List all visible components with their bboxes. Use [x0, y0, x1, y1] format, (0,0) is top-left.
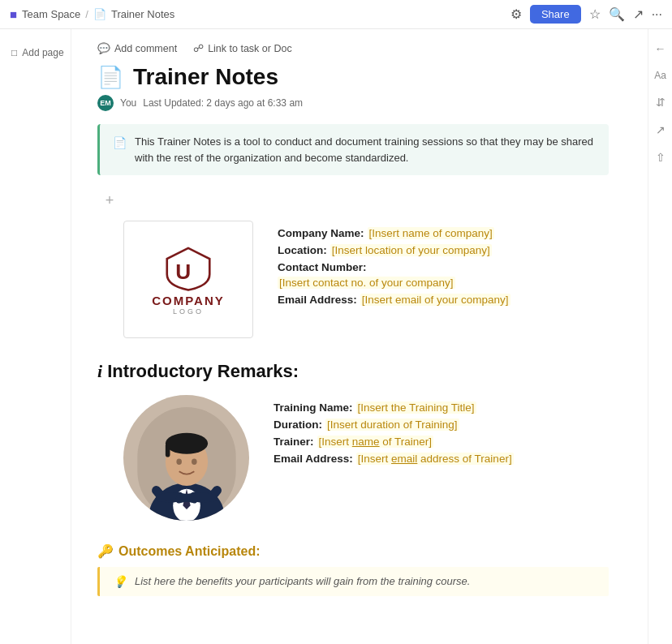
outcomes-bulb-icon: 💡 [113, 575, 127, 588]
training-duration-value[interactable]: [Insert duration of Training] [325, 419, 459, 431]
training-trainer-value[interactable]: [Insert name of Trainer] [317, 436, 434, 448]
avatar: EM [97, 95, 114, 111]
page-doc-icon: 📄 [97, 65, 123, 90]
trainer-photo [123, 395, 249, 521]
svg-point-9 [192, 458, 197, 464]
training-email-label: Email Address: [274, 453, 353, 465]
training-email-row: Email Address: [Insert email address of … [274, 453, 514, 465]
topbar-right: ⚙ Share ☆ 🔍 ↗ ··· [510, 5, 662, 24]
page-title-row: 📄 Trainer Notes [97, 64, 609, 90]
topbar: ■ Team Space / 📄 Trainer Notes ⚙ Share ☆… [0, 0, 672, 29]
trainer-silhouette [134, 407, 239, 521]
text-size-icon[interactable]: Aa [654, 70, 666, 81]
company-contact-value[interactable]: [Insert contact no. of your company] [278, 277, 455, 289]
outcomes-icon: 🔑 [97, 543, 114, 559]
sidebar: □ Add page [0, 29, 71, 644]
training-name-value[interactable]: [Insert the Training Title] [356, 401, 476, 414]
email-underline: email [391, 453, 417, 465]
company-contact-row: Contact Number: [Insert contact no. of y… [278, 261, 537, 289]
company-email-value[interactable]: [Insert email of your company] [360, 294, 510, 306]
expand-icon[interactable]: ↗ [656, 123, 666, 136]
outcomes-title-label: Outcomes Anticipated: [118, 544, 261, 559]
right-panel: ← Aa ⇵ ↗ ⇧ [648, 29, 672, 644]
training-name-row: Training Name: [Insert the Training Titl… [274, 401, 514, 414]
company-logo-sub: LOGO [173, 307, 204, 316]
company-location-row: Location: [Insert location of your compa… [278, 244, 537, 256]
svg-text:U: U [175, 260, 191, 284]
intro-section-icon: i [97, 361, 102, 382]
company-location-value[interactable]: [Insert location of your company] [330, 244, 492, 256]
breadcrumb: ■ Team Space / 📄 Trainer Notes [10, 7, 174, 21]
callout-text: This Trainer Notes is a tool to conduct … [135, 134, 596, 165]
company-name-value[interactable]: [Insert name of company] [368, 227, 494, 239]
last-updated: Last Updated: 2 days ago at 6:33 am [143, 97, 303, 109]
star-button[interactable]: ☆ [589, 6, 601, 22]
breadcrumb-trainer-notes[interactable]: Trainer Notes [111, 8, 174, 20]
share-button[interactable]: Share [530, 5, 581, 24]
link-task-button[interactable]: ☍ Link to task or Doc [193, 42, 292, 54]
outcomes-placeholder: List here the benefits your participants… [135, 575, 470, 587]
callout-icon: 📄 [113, 135, 127, 152]
company-email-label: Email Address: [278, 294, 357, 306]
breadcrumb-team-space[interactable]: Team Space [22, 8, 80, 20]
training-email-value[interactable]: [Insert email address of Trainer] [356, 453, 514, 465]
company-logo-text: COMPANY [152, 294, 225, 307]
training-duration-label: Duration: [274, 419, 322, 431]
training-trainer-label: Trainer: [274, 436, 314, 448]
link-task-label: Link to task or Doc [208, 43, 292, 54]
more-button[interactable]: ··· [652, 7, 662, 22]
intro-section-label: Introductory Remarks: [107, 361, 299, 382]
company-email-row: Email Address: [Insert email of your com… [278, 294, 537, 306]
main-layout: □ Add page 💬 Add comment ☍ Link to task … [0, 29, 672, 644]
name-underline: name [352, 436, 380, 448]
author-name: You [120, 97, 136, 109]
company-name-label: Company Name: [278, 227, 364, 239]
company-details: Company Name: [Insert name of company] L… [278, 221, 537, 306]
intro-block: Training Name: [Insert the Training Titl… [123, 395, 609, 521]
breadcrumb-doc-icon: 📄 [93, 8, 106, 20]
link-icon: ☍ [193, 42, 204, 54]
training-trainer-row: Trainer: [Insert name of Trainer] [274, 436, 514, 448]
search-button[interactable]: 🔍 [609, 6, 625, 22]
meta-row: EM You Last Updated: 2 days ago at 6:33 … [97, 95, 609, 111]
upload-icon[interactable]: ⇧ [656, 151, 666, 164]
layout-icon[interactable]: ⇵ [656, 96, 666, 109]
company-logo-box: U COMPANY LOGO [123, 221, 253, 338]
company-name-row: Company Name: [Insert name of company] [278, 227, 537, 239]
outcomes-section: 🔑 Outcomes Anticipated: 💡 List here the … [97, 543, 609, 596]
callout-box: 📄 This Trainer Notes is a tool to conduc… [97, 124, 609, 175]
settings-button[interactable]: ⚙ [510, 6, 522, 22]
add-page-label: Add page [22, 47, 63, 58]
outcomes-box[interactable]: 💡 List here the benefits your participan… [97, 567, 609, 596]
training-details: Training Name: [Insert the Training Titl… [274, 395, 514, 465]
add-comment-button[interactable]: 💬 Add comment [97, 42, 177, 54]
add-block-button[interactable]: + [101, 191, 118, 209]
page-title[interactable]: Trainer Notes [133, 64, 278, 90]
training-name-label: Training Name: [274, 401, 353, 414]
company-contact-label: Contact Number: [278, 261, 367, 273]
svg-rect-7 [165, 444, 170, 457]
content-area: 💬 Add comment ☍ Link to task or Doc 📄 Tr… [71, 29, 648, 644]
svg-point-6 [165, 433, 207, 454]
outcomes-title: 🔑 Outcomes Anticipated: [97, 543, 609, 559]
export-button[interactable]: ↗ [633, 6, 644, 22]
add-page-icon: □ [11, 47, 17, 58]
comment-icon: 💬 [97, 42, 110, 54]
add-page-button[interactable]: □ Add page [0, 42, 71, 63]
add-comment-label: Add comment [114, 43, 177, 54]
company-block: U COMPANY LOGO Company Name: [Insert nam… [123, 221, 609, 338]
company-logo-svg: U [160, 243, 217, 292]
back-icon[interactable]: ← [655, 42, 666, 55]
training-duration-row: Duration: [Insert duration of Training] [274, 419, 514, 431]
toolbar-row: 💬 Add comment ☍ Link to task or Doc [97, 42, 609, 54]
intro-section-title: i Introductory Remarks: [97, 361, 609, 382]
app-icon: ■ [10, 7, 17, 21]
breadcrumb-sep1: / [85, 8, 88, 20]
svg-point-8 [176, 458, 182, 464]
company-location-label: Location: [278, 244, 327, 256]
